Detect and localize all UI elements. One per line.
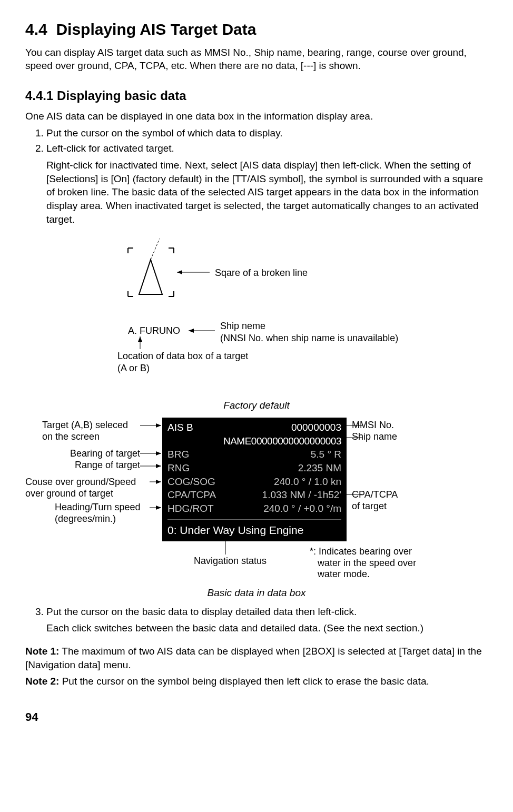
svg-marker-9 (156, 423, 161, 428)
section-heading: 4.4 Displaying AIS Target Data (25, 19, 488, 41)
svg-marker-15 (156, 480, 161, 484)
ann-cogsog-1: Couse over ground/Speed (25, 477, 136, 487)
svg-marker-0 (139, 260, 162, 294)
brg-value: 5.5 ° R (311, 448, 341, 461)
cpatcpa-label: CPA/TCPA (167, 488, 216, 502)
cpatcpa-value: 1.033 NM / -1h52' (262, 488, 341, 502)
rng-value: 2.235 NM (298, 461, 341, 475)
svg-marker-5 (189, 329, 194, 333)
svg-line-1 (151, 239, 160, 260)
svg-marker-11 (156, 451, 161, 455)
ann-cpatcpa-1: CPA/TCPA (352, 489, 398, 500)
ais-data-box: AIS B 000000003 NAME00000000000000003 BR… (162, 418, 347, 541)
hdgrot-label: HDG/ROT (167, 502, 214, 516)
page-number: 94 (25, 709, 488, 725)
note-1: Note 1: The maximum of two AIS data can … (25, 645, 488, 671)
step-3b: Each click switches between the basic da… (46, 621, 488, 635)
note-2: Note 2: Put the cursor on the symbol bei… (25, 675, 488, 688)
ann-range: Range of target (75, 460, 140, 470)
note-1-label: Note 1: (25, 646, 59, 657)
step-2a: Left-click for activated target. (46, 142, 488, 155)
subsection-number: 4.4.1 (25, 88, 53, 103)
ais-label: AIS B (167, 421, 193, 434)
note-1-body: The maximum of two AIS data can be displ… (25, 646, 482, 670)
ship-name-value: NAME00000000000000003 (167, 434, 341, 448)
section-title: Displaying AIS Target Data (56, 21, 256, 38)
svg-marker-13 (156, 464, 161, 468)
section-number: 4.4 (25, 21, 47, 38)
ann-bearing: Bearing of target (70, 448, 140, 459)
ann-foot-3: water mode. (318, 569, 370, 579)
figure-symbol: Sqare of a broken line A. FURUNO Ship ne… (88, 239, 468, 386)
ann-cogsog-2: over ground of target (25, 488, 113, 499)
ann-hdgrot-1: Heading/Turn speed (55, 502, 140, 512)
ann-cpatcpa-2: of target (352, 501, 387, 511)
subsection-heading: 4.4.1 Displaying basic data (25, 87, 488, 104)
step-1: Put the cursor on the symbol of which da… (46, 126, 488, 140)
ann-foot-1: *: Indicates bearing over (310, 546, 412, 557)
subsection-title: Displaying basic data (57, 88, 186, 103)
cogsog-label: COG/SOG (167, 475, 215, 489)
svg-marker-17 (156, 506, 161, 510)
mmsi-value: 000000003 (291, 421, 341, 434)
label-ship-neme-1: Ship neme (220, 321, 265, 331)
hdgrot-value: 240.0 ° / +0.0 °/m (263, 502, 341, 516)
ann-mmsi: MMSI No. (352, 420, 394, 430)
step-2b: Right-click for inactivated time. Next, … (46, 159, 488, 226)
cogsog-value: 240.0 ° / 1.0 kn (274, 475, 341, 489)
label-sqare: Sqare of a broken line (215, 267, 308, 279)
rng-label: RNG (167, 461, 190, 475)
svg-marker-7 (138, 336, 142, 342)
ann-shipname: Ship name (352, 431, 397, 442)
section-intro: You can display AIS target data such as … (25, 46, 488, 73)
ann-foot-2: water in the speed over (318, 558, 416, 568)
ann-target-sel-1: Target (A,B) seleced (42, 420, 128, 430)
ann-navstatus: Navigation status (194, 556, 267, 567)
figure-caption-bottom: Basic data in data box (25, 586, 488, 600)
label-loc-2: (A or B) (117, 363, 150, 373)
figure-databox: AIS B 000000003 NAME00000000000000003 BR… (25, 418, 473, 581)
figure-caption-top: Factory default (25, 399, 488, 412)
note-2-body: Put the cursor on the symbol being displ… (59, 676, 429, 687)
subsection-lead: One AIS data can be displayed in one dat… (25, 110, 488, 123)
label-ship: A. FURUNO (128, 325, 180, 337)
step-3a: Put the cursor on the basic data to disp… (46, 605, 488, 619)
nav-status-value: 0: Under Way Using Engine (167, 519, 341, 538)
label-loc-1: Location of data box of a target (117, 351, 248, 361)
ann-hdgrot-2: (degrees/min.) (55, 513, 116, 524)
note-2-label: Note 2: (25, 676, 59, 687)
ann-target-sel-2: on the screen (42, 431, 100, 442)
brg-label: BRG (167, 448, 189, 461)
label-ship-neme-2: (NNSI No. when ship name is unavailable) (220, 333, 398, 343)
svg-marker-3 (177, 270, 182, 274)
